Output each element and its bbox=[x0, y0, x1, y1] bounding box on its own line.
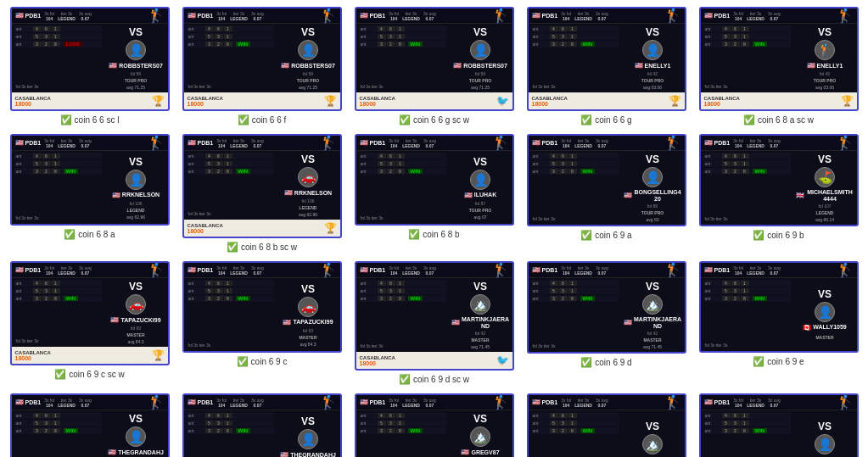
score-cell: 4 bbox=[33, 26, 42, 31]
score-row-2: ant328WIN bbox=[359, 168, 446, 175]
vs-text: VS bbox=[818, 288, 832, 300]
opponent-tier: MASTER bbox=[471, 337, 489, 343]
outcome-badge: WIN bbox=[236, 428, 251, 433]
outcome-badge: WIN bbox=[236, 169, 251, 174]
card-c5[interactable]: 🇺🇸PDB13x fol104tier 3xLEGEND3x avg0.07🏌️… bbox=[699, 7, 859, 111]
card-c16[interactable]: 🇺🇸PDB13x fol104tier 3xLEGEND3x avg0.07🏌️… bbox=[10, 393, 170, 457]
score-row-2: ant328WIN bbox=[14, 427, 102, 434]
vs-text: VS bbox=[646, 281, 659, 293]
score-row-1: ant531 bbox=[531, 33, 619, 40]
score-row-2: ant328WIN bbox=[703, 168, 791, 175]
score-cell: 6 bbox=[559, 413, 568, 418]
score-row-0: ant461 bbox=[531, 412, 619, 419]
card-c15[interactable]: 🇺🇸PDB13x fol104tier 3xLEGEND3x avg0.07🏌️… bbox=[699, 261, 859, 353]
score-label: ant bbox=[188, 413, 204, 418]
card-c17[interactable]: 🇺🇸PDB13x fol104tier 3xLEGEND3x avg0.07🏌️… bbox=[182, 393, 342, 457]
score-cell: 1 bbox=[224, 288, 232, 293]
coins-amount: 18000 bbox=[360, 360, 376, 366]
card-c1[interactable]: 🇺🇸PDB13x fol104tier 3xLEGEND3x avg0.07🏌️… bbox=[10, 7, 170, 111]
golf-icon: 🏌️ bbox=[664, 262, 681, 278]
score-label: ant bbox=[188, 421, 204, 426]
score-cell: 3 bbox=[722, 169, 731, 174]
stat-item: 3x avg0.07 bbox=[596, 398, 608, 408]
card-c20[interactable]: 🇺🇸PDB13x fol104tier 3xLEGEND3x avg0.07🏌️… bbox=[699, 393, 859, 457]
opponent-flag: 🇺🇸 bbox=[624, 192, 632, 199]
player-name: PDB1 bbox=[198, 13, 214, 19]
score-cell: 1 bbox=[396, 281, 405, 286]
stat-item: tier 3xLEGEND bbox=[574, 138, 592, 148]
card-c10[interactable]: 🇺🇸PDB13x fol104tier 3xLEGEND3x avg0.07🏌️… bbox=[699, 134, 859, 226]
score-cell: 5 bbox=[378, 421, 386, 426]
opponent-avatar: 👤 bbox=[298, 40, 318, 60]
vs-text: VS bbox=[473, 413, 487, 425]
player-footer: fol 3x tier 3x bbox=[359, 214, 446, 222]
score-numbers: 461 bbox=[550, 281, 577, 286]
card-c2[interactable]: 🇺🇸PDB13x fol104tier 3xLEGEND3x avg0.07🏌️… bbox=[182, 7, 342, 111]
card-grid: 🇺🇸PDB13x fol104tier 3xLEGEND3x avg0.07🏌️… bbox=[7, 7, 861, 457]
player-stats: 3x fol104tier 3xLEGEND3x avg0.07 bbox=[44, 138, 92, 148]
opponent-stats: fol 42 bbox=[475, 331, 485, 336]
player-footer-label: fol 3x tier 3x bbox=[533, 84, 556, 89]
score-cell: 1 bbox=[741, 26, 749, 31]
score-numbers: 328 bbox=[550, 169, 577, 174]
stat-item: tier 3xLEGEND bbox=[747, 265, 764, 276]
player-footer-label: fol 3x tier 3x bbox=[705, 84, 728, 89]
score-cell: 1 bbox=[396, 288, 405, 293]
card-scoreboard: ant461ant531ant328WINfol 3x tier 3x bbox=[529, 278, 621, 352]
stat-item: 3x fol104 bbox=[561, 398, 571, 408]
card-scoreboard: ant461ant531ant328WINfol 3x tier 3x bbox=[529, 24, 621, 92]
score-row-1: ant531 bbox=[703, 420, 791, 426]
player-footer: fol 3x tier 3x bbox=[187, 209, 274, 218]
score-cell: 5 bbox=[205, 34, 214, 39]
outcome-badge: WIN bbox=[408, 169, 423, 174]
stat-item: 3x avg0.07 bbox=[423, 398, 436, 408]
score-row-1: ant531 bbox=[703, 160, 791, 167]
opponent-avg: avg 62.96 bbox=[126, 215, 145, 220]
score-cell: 1 bbox=[396, 153, 405, 159]
vs-text: VS bbox=[646, 153, 659, 165]
stat-item: 3x fol104 bbox=[389, 11, 399, 21]
outcome-badge: WIN bbox=[580, 42, 596, 47]
card-label: ✅coin 6 6 g sc w bbox=[399, 114, 469, 125]
player-footer: fol 3x tier 3x bbox=[703, 341, 791, 349]
opponent-avg: avg 71.25 bbox=[299, 85, 317, 90]
opponent-avg: avg 03.06 bbox=[643, 85, 662, 90]
card-c14[interactable]: 🇺🇸PDB13x fol104tier 3xLEGEND3x avg0.07🏌️… bbox=[527, 261, 686, 354]
card-c6[interactable]: 🇺🇸PDB13x fol104tier 3xLEGEND3x avg0.07🏌️… bbox=[10, 134, 170, 226]
card-c9[interactable]: 🇺🇸PDB13x fol104tier 3xLEGEND3x avg0.07🏌️… bbox=[527, 134, 686, 226]
footer-icon: 🏆 bbox=[152, 95, 165, 107]
card-header: 🇺🇸PDB13x fol104tier 3xLEGEND3x avg0.07🏌️ bbox=[701, 8, 857, 24]
card-c8[interactable]: 🇺🇸PDB13x fol104tier 3xLEGEND3x avg0.07🏌️… bbox=[355, 134, 514, 226]
card-opponent-panel: VS👤🇺🇸THEGRANDAHJfol 42MASTERavg 70.55 bbox=[277, 410, 340, 457]
score-numbers: 328 bbox=[33, 296, 60, 301]
opponent-avg: avg 03.06 bbox=[815, 85, 834, 90]
card-c11[interactable]: 🇺🇸PDB13x fol104tier 3xLEGEND3x avg0.07🏌️… bbox=[10, 261, 170, 365]
score-cell: 1 bbox=[741, 153, 749, 159]
card-c19[interactable]: 🇺🇸PDB13x fol104tier 3xLEGEND3x avg0.07🏌️… bbox=[527, 393, 686, 457]
card-c12[interactable]: 🇺🇸PDB13x fol104tier 3xLEGEND3x avg0.07🏌️… bbox=[182, 261, 342, 353]
score-cell: 3 bbox=[378, 428, 386, 433]
stat-item: 3x avg0.07 bbox=[423, 138, 436, 148]
score-numbers: 328 bbox=[722, 169, 749, 174]
footer-icon: 🐦 bbox=[496, 354, 509, 366]
golf-icon: 🏌️ bbox=[837, 8, 854, 24]
score-label: ant bbox=[16, 281, 31, 286]
card-c18[interactable]: 🇺🇸PDB13x fol104tier 3xLEGEND3x avg0.07🏌️… bbox=[355, 393, 514, 457]
score-cell: 2 bbox=[42, 169, 51, 174]
card-c7[interactable]: 🇺🇸PDB13x fol104tier 3xLEGEND3x avg0.07🏌️… bbox=[182, 134, 342, 238]
card-header: 🇺🇸PDB13x fol104tier 3xLEGEND3x avg0.07🏌️ bbox=[529, 263, 685, 278]
player-footer-label: fol 3x tier 3x bbox=[16, 215, 39, 220]
score-row-1: ant531 bbox=[359, 420, 446, 426]
card-main: ant461ant531ant328WINfol 3x tier 3xVS👤🇺🇸… bbox=[12, 410, 168, 457]
card-c13[interactable]: 🇺🇸PDB13x fol104tier 3xLEGEND3x avg0.07🏌️… bbox=[355, 261, 514, 371]
card-scoreboard: ant461ant531ant328WINfol 3x tier 3x bbox=[184, 151, 277, 220]
card-c3[interactable]: 🇺🇸PDB13x fol104tier 3xLEGEND3x avg0.07🏌️… bbox=[355, 7, 514, 111]
card-c4[interactable]: 🇺🇸PDB13x fol104tier 3xLEGEND3x avg0.07🏌️… bbox=[527, 7, 686, 111]
card-main: ant461ant531ant328WINfol 3x tier 3xVS🏔️🇺… bbox=[356, 410, 512, 457]
score-row-0: ant461 bbox=[703, 280, 791, 287]
player-flag: 🇺🇸 bbox=[360, 266, 368, 274]
score-cell: 1 bbox=[568, 153, 577, 159]
opponent-name: RRKNELSON bbox=[122, 192, 160, 198]
score-cell: 8 bbox=[568, 42, 577, 47]
opponent-name: MARTINKJAERAND bbox=[634, 316, 682, 329]
